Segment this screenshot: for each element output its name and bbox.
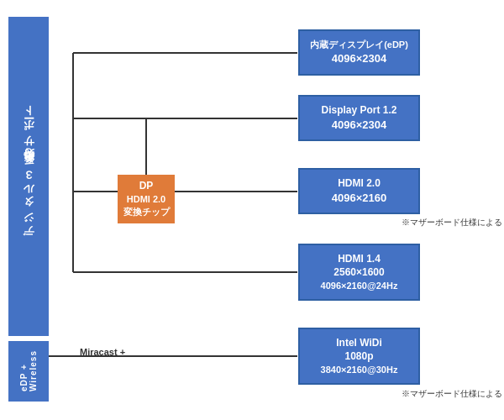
output-edp: 内蔵ディスプレイ(eDP) 4096×2304 [298, 29, 420, 76]
output-hdmi20-line1: HDMI 2.0 [338, 176, 381, 191]
output-edp-line2: 4096×2304 [332, 51, 386, 66]
output-edp-line1: 内蔵ディスプレイ(eDP) [310, 39, 408, 51]
bar-separator [8, 336, 49, 341]
output-intelvidi: Intel WiDi 1080p 3840×2160@30Hz [298, 328, 420, 385]
intelvidi-note: ※マザーボード仕様による [402, 388, 502, 400]
output-hdmi20-line2: 4096×2160 [332, 191, 386, 206]
output-intelvidi-line3: 3840×2160@30Hz [321, 364, 398, 376]
output-hdmi14: HDMI 1.4 2560×1600 4096×2160@24Hz [298, 244, 420, 301]
chip-line3: 変換チップ [123, 206, 170, 218]
output-intelvidi-line2: 1080p [344, 349, 373, 364]
diagram: デジタル３系統出力をサポート eDP +Wireless 内蔵ディスプレイ(eD… [0, 0, 504, 420]
connector-lines [0, 0, 504, 420]
chip-box: DP HDMI 2.0 変換チップ [118, 175, 175, 223]
output-hdmi14-line1: HDMI 1.4 [338, 252, 381, 266]
hdmi20-note: ※マザーボード仕様による [402, 217, 502, 228]
output-dp12-line1: Display Port 1.2 [321, 103, 396, 118]
output-dp12: Display Port 1.2 4096×2304 [298, 95, 420, 141]
bottom-left-text: eDP +Wireless [19, 350, 38, 391]
left-bar-text: デジタル３系統出力をサポート [21, 109, 36, 244]
output-hdmi14-line3: 4096×2160@24Hz [321, 280, 398, 292]
chip-line1: DP [139, 179, 154, 193]
output-intelvidi-line1: Intel WiDi [336, 336, 382, 350]
miracast-label: Miracast + [80, 347, 125, 357]
left-bar: デジタル３系統出力をサポート [8, 17, 49, 336]
output-dp12-line2: 4096×2304 [332, 118, 386, 133]
output-hdmi14-line2: 2560×1600 [333, 265, 384, 280]
output-hdmi20: HDMI 2.0 4096×2160 [298, 168, 420, 214]
bottom-left-bar: eDP +Wireless [8, 341, 49, 402]
chip-line2: HDMI 2.0 [127, 193, 165, 206]
